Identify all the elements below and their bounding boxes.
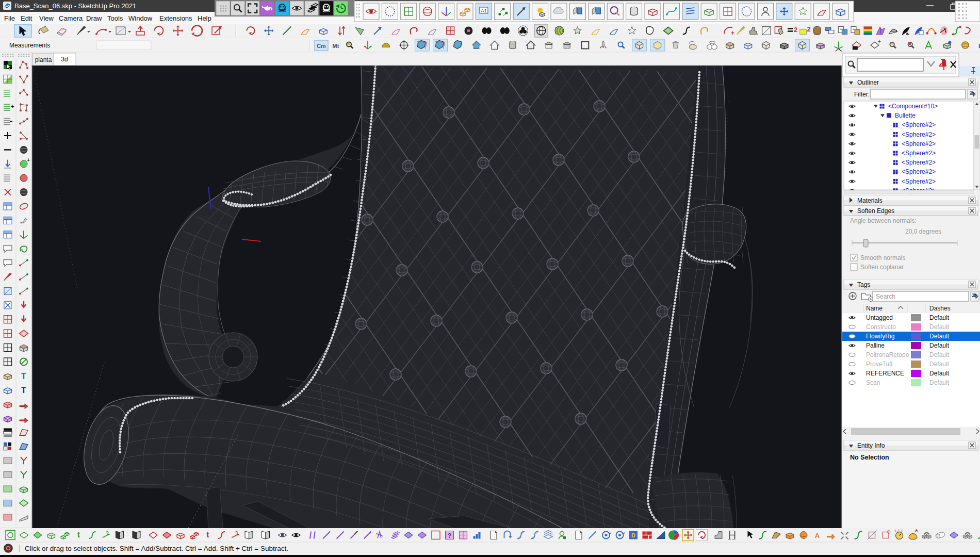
svg-text:+: + — [878, 39, 881, 44]
svg-text:Outliner: Outliner — [857, 79, 879, 86]
svg-text:Click or drag to select object: Click or drag to select objects. Shift =… — [25, 545, 288, 552]
svg-text:Edit: Edit — [21, 14, 32, 22]
svg-text:Default: Default — [929, 323, 950, 331]
svg-text:Soften Edges: Soften Edges — [857, 207, 894, 215]
svg-text:<Sphere#2>: <Sphere#2> — [902, 140, 936, 148]
svg-text:No Selection: No Selection — [850, 454, 889, 461]
svg-text:Default: Default — [929, 370, 950, 377]
svg-text:5: 5 — [236, 530, 238, 534]
svg-text:Tools: Tools — [107, 14, 123, 22]
svg-text:20,0 degrees: 20,0 degrees — [905, 228, 941, 235]
svg-text:Smooth normals: Smooth normals — [860, 254, 905, 261]
svg-text:PoltronaRetopo: PoltronaRetopo — [866, 351, 909, 358]
svg-text:1 2 3: 1 2 3 — [894, 529, 903, 533]
svg-text:Tags: Tags — [857, 281, 870, 288]
svg-text:File: File — [4, 14, 15, 22]
svg-text:Name: Name — [866, 305, 883, 312]
svg-text:Bullette: Bullette — [895, 112, 916, 119]
svg-text:Window: Window — [128, 14, 153, 22]
svg-text:T: T — [21, 372, 26, 381]
svg-text:A: A — [815, 532, 820, 539]
svg-text:+: + — [731, 29, 734, 37]
svg-text:Help: Help — [198, 14, 211, 22]
svg-text:Draw: Draw — [86, 14, 102, 22]
svg-text:Entity Info: Entity Info — [857, 442, 885, 449]
svg-text:<Sphere#2>: <Sphere#2> — [902, 121, 936, 128]
svg-text:A1: A1 — [481, 8, 486, 13]
svg-text:t: t — [206, 530, 209, 539]
svg-text:Filter:: Filter: — [854, 91, 870, 98]
svg-text:<Sphere#2>: <Sphere#2> — [902, 131, 936, 138]
svg-text:Mt: Mt — [333, 43, 339, 49]
svg-text:Default: Default — [929, 333, 950, 340]
svg-text:<Sphere#2>: <Sphere#2> — [902, 168, 936, 175]
svg-text:Untagged: Untagged — [866, 314, 893, 321]
svg-text:<Sphere#2>: <Sphere#2> — [902, 159, 936, 166]
svg-text:5: 5 — [106, 530, 109, 534]
svg-text:Extensions: Extensions — [159, 14, 192, 22]
svg-text:?: ? — [448, 532, 451, 539]
svg-text:<Sphere#2>: <Sphere#2> — [902, 150, 936, 157]
svg-text:Soften coplanar: Soften coplanar — [860, 264, 904, 271]
svg-text:Default: Default — [929, 351, 950, 358]
svg-text:Dashes: Dashes — [929, 305, 951, 312]
svg-text:Base_Scan_06.skp - SketchUp Pr: Base_Scan_06.skp - SketchUp Pro 2021 — [14, 2, 136, 10]
svg-text:Constructo: Constructo — [866, 323, 896, 331]
svg-text:REFERENCE: REFERENCE — [866, 370, 904, 377]
svg-text:3d: 3d — [61, 56, 68, 63]
svg-text:Camera: Camera — [59, 14, 83, 22]
svg-text:<Component#10>: <Component#10> — [888, 103, 938, 110]
svg-text:Palline: Palline — [866, 342, 885, 349]
svg-text:ProveTuft: ProveTuft — [866, 361, 893, 368]
svg-text:Angle between normals:: Angle between normals: — [850, 217, 917, 224]
svg-text:2: 2 — [794, 26, 797, 34]
svg-text:+: + — [11, 103, 14, 109]
svg-text:Default: Default — [929, 342, 950, 349]
svg-text:2: 2 — [807, 25, 811, 33]
svg-text:Materials: Materials — [857, 197, 883, 204]
svg-text:Default: Default — [929, 314, 950, 321]
svg-text:Cm: Cm — [317, 43, 326, 49]
svg-text:View: View — [39, 14, 54, 22]
svg-text:Default: Default — [929, 361, 950, 368]
svg-text:pianta: pianta — [35, 56, 52, 63]
svg-text:t: t — [77, 530, 80, 539]
svg-text:+: + — [27, 157, 30, 163]
svg-text:FlowifyRig: FlowifyRig — [866, 333, 894, 340]
svg-text:Scan: Scan — [866, 379, 880, 386]
svg-text:Search: Search — [876, 293, 895, 300]
svg-text:Default: Default — [929, 379, 950, 386]
svg-text:<Sphere#2>: <Sphere#2> — [902, 178, 936, 185]
svg-text:D: D — [631, 532, 635, 538]
svg-text:T: T — [21, 386, 26, 395]
svg-text:Measurements: Measurements — [9, 42, 50, 49]
